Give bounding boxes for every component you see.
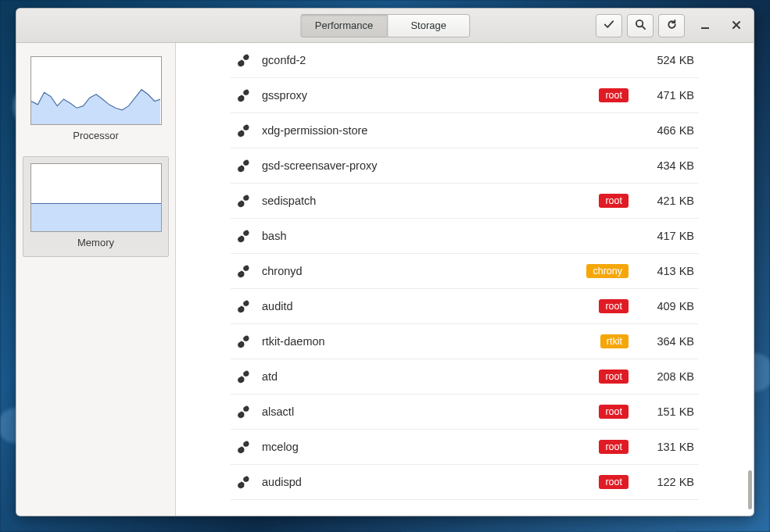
tab-storage[interactable]: Storage (387, 14, 470, 37)
gear-icon (235, 157, 252, 174)
user-tag: chrony (586, 264, 629, 278)
gear-icon (235, 298, 252, 315)
process-size: 417 KB (638, 230, 694, 242)
process-row[interactable]: bash417 KB (231, 219, 699, 254)
close-icon (732, 20, 741, 32)
sidebar-item-memory[interactable]: Memory (23, 156, 169, 257)
process-row[interactable]: gconfd-2524 KB (231, 43, 699, 78)
process-size: 421 KB (638, 195, 694, 207)
user-tag: root (599, 370, 629, 384)
gear-icon (235, 473, 252, 491)
content-area: Processor Memory gconfd-2524 KB gssproxy… (16, 43, 754, 516)
header-bar: Performance Storage (16, 9, 754, 43)
process-row[interactable]: gsd-screensaver-proxy434 KB (231, 148, 699, 184)
process-name: sedispatch (262, 195, 589, 207)
processor-thumbnail (30, 56, 162, 125)
memory-thumbnail (30, 163, 162, 232)
check-button[interactable] (596, 14, 622, 37)
process-size: 466 KB (638, 124, 694, 137)
process-size: 131 KB (638, 441, 694, 453)
view-switcher: Performance Storage (300, 14, 470, 37)
refresh-button[interactable] (658, 14, 685, 37)
sidebar-item-label: Processor (30, 130, 162, 141)
user-tag: root (599, 405, 629, 419)
gear-icon (235, 52, 252, 69)
process-name: rtkit-daemon (262, 335, 591, 348)
header-actions (596, 14, 747, 37)
process-size: 364 KB (638, 335, 694, 348)
sidebar-item-label: Memory (30, 237, 162, 248)
process-name: auditd (262, 300, 589, 312)
process-name: atd (262, 370, 589, 383)
process-name: chronyd (262, 265, 577, 277)
processor-sparkline (31, 57, 161, 125)
tab-performance[interactable]: Performance (300, 14, 387, 37)
search-icon (635, 19, 646, 33)
minimize-button[interactable] (694, 15, 716, 37)
sidebar: Processor Memory (16, 43, 176, 516)
process-name: alsactl (262, 405, 589, 418)
gear-icon (235, 87, 252, 104)
process-row[interactable]: audispdroot122 KB (231, 465, 699, 500)
process-row[interactable]: gssproxyroot471 KB (231, 78, 699, 113)
gear-icon (235, 192, 252, 209)
process-name: gsd-screensaver-proxy (262, 159, 629, 172)
process-row[interactable]: atdroot208 KB (231, 359, 699, 395)
process-name: gssproxy (262, 89, 589, 102)
process-size: 409 KB (638, 300, 694, 312)
gear-icon (235, 262, 252, 280)
memory-fill-level (31, 203, 161, 231)
gear-icon (235, 438, 252, 455)
process-list[interactable]: gconfd-2524 KB gssproxyroot471 KB xdg-pe… (176, 43, 754, 516)
sidebar-item-processor[interactable]: Processor (23, 49, 169, 150)
user-tag: root (599, 194, 629, 208)
process-name: audispd (262, 476, 589, 488)
check-icon (603, 19, 614, 32)
process-size: 413 KB (638, 265, 694, 277)
user-tag: root (599, 440, 629, 454)
scrollbar-thumb[interactable] (748, 470, 752, 509)
process-row[interactable]: mcelogroot131 KB (231, 430, 699, 465)
process-size: 471 KB (638, 89, 694, 102)
process-name: bash (262, 230, 629, 242)
svg-line-1 (642, 26, 645, 29)
process-name: gconfd-2 (262, 54, 629, 66)
gear-icon (235, 403, 252, 420)
user-tag: root (599, 299, 629, 313)
process-row[interactable]: chronydchrony413 KB (231, 254, 699, 289)
gear-icon (235, 368, 252, 385)
process-row[interactable]: alsactlroot151 KB (231, 395, 699, 430)
svg-rect-2 (701, 27, 709, 29)
gear-icon (235, 333, 252, 350)
user-tag: root (599, 475, 629, 489)
process-row[interactable]: xdg-permission-store466 KB (231, 113, 699, 148)
scrollbar[interactable] (746, 43, 752, 516)
process-name: xdg-permission-store (262, 124, 629, 137)
search-button[interactable] (627, 14, 654, 37)
process-size: 434 KB (638, 159, 694, 172)
user-tag: root (599, 88, 629, 102)
process-size: 524 KB (638, 54, 694, 66)
refresh-icon (666, 19, 678, 33)
gear-icon (235, 122, 252, 139)
close-button[interactable] (725, 15, 747, 37)
minimize-icon (700, 20, 710, 32)
gear-icon (235, 227, 252, 245)
process-row[interactable]: rtkit-daemonrtkit364 KB (231, 324, 699, 359)
usage-window: Performance Storage (16, 8, 754, 516)
process-name: mcelog (262, 441, 589, 453)
process-row[interactable]: auditdroot409 KB (231, 289, 699, 324)
process-size: 151 KB (638, 405, 694, 418)
process-row[interactable]: sedispatchroot421 KB (231, 184, 699, 219)
process-size: 122 KB (638, 476, 694, 488)
user-tag: rtkit (600, 334, 629, 348)
process-list-panel: gconfd-2524 KB gssproxyroot471 KB xdg-pe… (176, 43, 754, 516)
process-size: 208 KB (638, 370, 694, 383)
